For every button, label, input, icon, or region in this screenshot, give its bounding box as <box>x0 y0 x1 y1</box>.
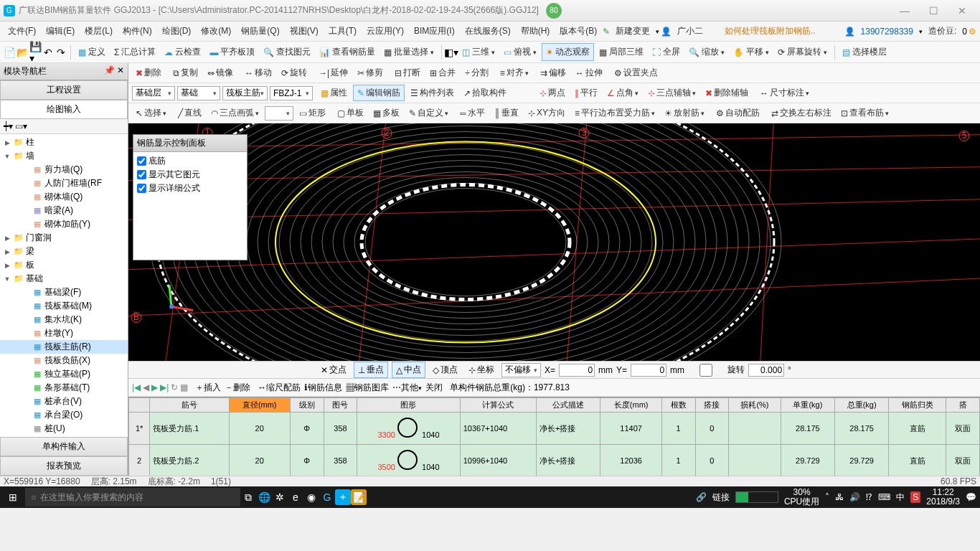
twopt-button[interactable]: ⊹两点 <box>536 85 569 100</box>
tab-draw-input[interactable]: 绘图输入 <box>0 100 128 119</box>
tree-item[interactable]: ▦独立基础(P) <box>0 367 128 381</box>
tree-item[interactable]: ▦筏板负筋(X) <box>0 354 128 367</box>
2d-icon[interactable]: ◧▾ <box>446 47 457 58</box>
menu-help[interactable]: 帮助(H) <box>517 23 555 39</box>
rebar-row[interactable]: 1*筏板受力筋.120Φ358 3300 1040 10367+1040净长+搭… <box>129 413 980 445</box>
chk-show-other[interactable]: 显示其它图元 <box>137 168 243 182</box>
pickmember-button[interactable]: ↗拾取构件 <box>460 85 510 100</box>
app-plus[interactable]: ＋ <box>335 489 351 505</box>
col-header[interactable]: 计算公式 <box>460 398 536 413</box>
rebar-insert[interactable]: ＋插入 <box>195 382 221 394</box>
xydir-button[interactable]: ⊹XY方向 <box>524 105 569 121</box>
draw-combo[interactable] <box>265 106 293 121</box>
multi-button[interactable]: ▦多板 <box>369 105 403 121</box>
rebar-close[interactable]: 关闭 <box>425 382 443 394</box>
single-button[interactable]: ▢单板 <box>334 105 367 121</box>
close-button[interactable]: ✕ <box>948 5 976 17</box>
col-header[interactable]: 图形 <box>357 398 460 413</box>
menu-version[interactable]: 版本号(B) <box>555 23 601 39</box>
vert-button[interactable]: ║垂直 <box>491 105 523 121</box>
custom-button[interactable]: ✎自定义▾ <box>405 105 452 121</box>
floor-combo[interactable]: 基础层 <box>132 86 175 100</box>
new-change-button[interactable]: 新建变更 <box>611 23 654 39</box>
redo-icon[interactable]: ↷ <box>55 47 67 58</box>
menu-view[interactable]: 视图(V) <box>286 23 323 39</box>
scrrot-button[interactable]: ⟳屏幕旋转▾ <box>774 44 831 60</box>
tree-item[interactable]: ▼📁基础 <box>0 272 128 286</box>
rotate-button[interactable]: ⟳旋转 <box>278 65 311 80</box>
app-g[interactable]: G <box>319 489 335 505</box>
tray-net-icon[interactable]: 🖧 <box>835 492 844 502</box>
rot-checkbox[interactable] <box>688 364 724 377</box>
flatroof-button[interactable]: ▬平齐板顶 <box>206 44 258 60</box>
tree-item[interactable]: ▦筏板主筋(R) <box>0 340 128 354</box>
offset-button[interactable]: ⇉偏移 <box>537 65 570 80</box>
menu-member[interactable]: 构件(N) <box>118 23 156 39</box>
split-button[interactable]: ÷分割 <box>461 65 492 80</box>
tree-item[interactable]: ▦剪力墙(Q) <box>0 163 128 176</box>
tree-item[interactable]: ▶📁梁 <box>0 245 128 258</box>
menu-bim[interactable]: BIM应用(I) <box>410 23 459 39</box>
rot-input[interactable] <box>748 364 784 377</box>
menu-cloud[interactable]: 云应用(Y) <box>362 23 408 39</box>
memberlist-button[interactable]: ☰构件列表 <box>407 85 458 100</box>
tray-help-icon[interactable]: ⁉ <box>866 492 872 502</box>
dim-button[interactable]: ↔尺寸标注▾ <box>756 85 813 100</box>
app-note[interactable]: 📝 <box>351 489 367 505</box>
tree-item[interactable]: ▦基础梁(F) <box>0 286 128 299</box>
menu-file[interactable]: 文件(F) <box>4 23 40 39</box>
col-header[interactable]: 公式描述 <box>536 398 600 413</box>
tab-project-settings[interactable]: 工程设置 <box>0 80 128 100</box>
rebar-display-panel[interactable]: 钢筋显示控制面板 底筋 显示其它图元 显示详细公式 <box>133 134 248 260</box>
autorebar-button[interactable]: ⚙自动配筋 <box>712 105 763 121</box>
app-fan[interactable]: ✲ <box>272 489 288 505</box>
phone-label[interactable]: 13907298339 <box>857 24 918 39</box>
swaplr-button[interactable]: ⇄交换左右标注 <box>768 105 835 121</box>
tree-item[interactable]: ▦暗梁(A) <box>0 204 128 217</box>
member-combo[interactable]: 筏板主筋 <box>222 86 268 100</box>
col-header[interactable]: 损耗(%) <box>729 398 781 413</box>
dynview-button[interactable]: ✶动态观察 <box>542 43 594 61</box>
line-button[interactable]: ╱直线 <box>174 105 205 121</box>
col-header[interactable]: 钢筋归类 <box>889 398 946 413</box>
cloudcheck-button[interactable]: ☁云检查 <box>161 44 204 60</box>
member-tree[interactable]: ▶📁柱▼📁墙▦剪力墙(Q)▦人防门框墙(RF▦砌体墙(Q)▦暗梁(A)▦砌体加筋… <box>0 134 128 437</box>
tree-item[interactable]: ▶📁门窗洞 <box>0 231 128 245</box>
open-icon[interactable]: 📂 <box>17 47 28 58</box>
props-button[interactable]: ▦属性 <box>317 85 351 100</box>
move-button[interactable]: ↔移动 <box>241 65 275 80</box>
delete-button[interactable]: ✖删除 <box>132 65 165 80</box>
col-header[interactable] <box>129 398 150 413</box>
col-header[interactable]: 级别 <box>290 398 324 413</box>
rebar-delete[interactable]: －删除 <box>225 382 250 394</box>
col-header[interactable]: 根数 <box>661 398 695 413</box>
menu-edit[interactable]: 编辑(E) <box>42 23 79 39</box>
menu-modify[interactable]: 修改(M) <box>197 23 235 39</box>
col-header[interactable]: 单重(kg) <box>781 398 834 413</box>
select-button[interactable]: ↖选择▾ <box>132 105 170 121</box>
mirror-button[interactable]: ⇔镜像 <box>204 65 237 80</box>
viewdist-button[interactable]: ⊡查看布筋▾ <box>837 105 892 121</box>
tray-sogou[interactable]: S <box>910 491 920 503</box>
define-button[interactable]: ▦定义 <box>75 44 109 60</box>
tray-ime1[interactable]: ⌨ <box>878 492 890 502</box>
tray-up-icon[interactable]: ˄ <box>825 492 829 502</box>
menu-floor[interactable]: 楼层(L) <box>80 23 117 39</box>
menu-tools[interactable]: 工具(T) <box>324 23 361 39</box>
tray-clock[interactable]: 11:222018/9/3 <box>926 488 960 507</box>
x-input[interactable] <box>559 364 595 377</box>
copy-button[interactable]: ⧉复制 <box>169 65 202 80</box>
col-header[interactable]: 直径(mm) <box>229 398 290 413</box>
start-button[interactable]: ⊞ <box>0 491 25 503</box>
menu-rebar[interactable]: 钢筋量(Q) <box>237 23 283 39</box>
tree-item[interactable]: ▼📁墙 <box>0 149 128 163</box>
user-label[interactable]: 广小二 <box>673 23 707 39</box>
parallel-button[interactable]: ∥平行 <box>571 85 601 100</box>
maximize-button[interactable]: ☐ <box>919 5 948 17</box>
tree-item[interactable]: ▦承台梁(O) <box>0 408 128 422</box>
col-header[interactable]: 总重(kg) <box>835 398 889 413</box>
sumcalc-button[interactable]: Σ汇总计算 <box>110 44 159 60</box>
snap-vertex[interactable]: ◇顶点 <box>429 362 461 377</box>
rebar-other[interactable]: ⋯其他▾ <box>392 382 422 394</box>
extend-button[interactable]: →|延伸 <box>315 65 352 80</box>
